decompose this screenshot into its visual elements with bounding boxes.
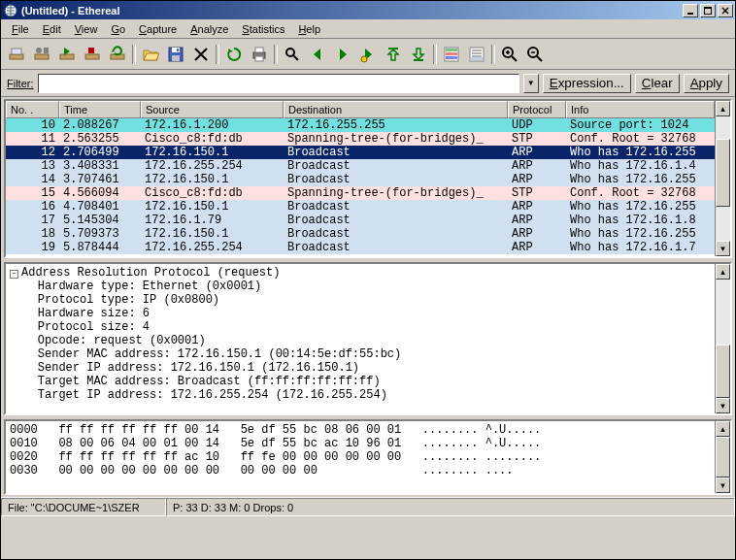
svg-rect-15 <box>172 55 180 61</box>
svg-rect-29 <box>471 57 483 60</box>
auto-scroll-button[interactable] <box>465 43 488 66</box>
menu-go[interactable]: Go <box>104 21 132 37</box>
separator <box>490 43 496 66</box>
hex-scrollbar[interactable]: ▲ ▼ <box>715 421 730 493</box>
col-header-destination[interactable]: Destination <box>284 101 508 118</box>
separator <box>273 43 279 66</box>
reload-button[interactable] <box>222 43 246 66</box>
svg-point-7 <box>36 48 42 53</box>
go-forward-button[interactable] <box>331 43 354 66</box>
svg-rect-25 <box>446 49 457 51</box>
find-button[interactable] <box>281 43 304 66</box>
menu-view[interactable]: View <box>68 21 105 37</box>
hex-dump[interactable]: 0000 ff ff ff ff ff ff 00 14 5e df 55 bc… <box>6 421 715 479</box>
menu-statistics[interactable]: Statistics <box>235 21 291 37</box>
expression-button[interactable]: Expression... <box>543 74 631 93</box>
zoom-in-button[interactable] <box>498 43 521 66</box>
svg-point-21 <box>361 56 367 62</box>
filter-label: Filter: <box>7 78 34 89</box>
col-header-info[interactable]: Info <box>566 101 715 118</box>
menu-analyze[interactable]: Analyze <box>184 21 235 37</box>
table-row[interactable]: 133.408331172.16.255.254BroadcastARPWho … <box>6 159 715 173</box>
go-first-button[interactable] <box>382 43 405 66</box>
close-file-button[interactable] <box>189 43 213 66</box>
svg-rect-9 <box>60 54 74 59</box>
svg-rect-4 <box>10 54 23 59</box>
go-to-packet-button[interactable] <box>356 43 380 66</box>
svg-rect-19 <box>255 56 263 61</box>
status-file: File: "C:\DOCUME~1\SZER <box>1 498 166 516</box>
svg-rect-3 <box>704 7 712 9</box>
filter-dropdown-button[interactable]: ▼ <box>523 74 539 93</box>
svg-rect-11 <box>88 48 94 53</box>
tree-collapse-icon[interactable]: - <box>10 270 18 279</box>
col-header-no[interactable]: No. . <box>6 101 59 118</box>
maximize-button[interactable] <box>700 4 716 17</box>
print-button[interactable] <box>248 43 271 66</box>
menubar: File Edit View Go Capture Analyze Statis… <box>1 19 735 39</box>
close-button[interactable] <box>718 4 733 17</box>
toolbar <box>1 39 735 70</box>
go-last-button[interactable] <box>407 43 430 66</box>
filter-bar: Filter: ▼ Expression... Clear Apply <box>1 70 735 97</box>
restart-capture-button[interactable] <box>106 43 129 66</box>
col-header-time[interactable]: Time <box>59 101 141 118</box>
table-row[interactable]: 122.706499172.16.150.1BroadcastARPWho ha… <box>6 146 715 159</box>
apply-button[interactable]: Apply <box>684 74 729 93</box>
clear-button[interactable]: Clear <box>635 74 680 93</box>
scroll-down-button[interactable]: ▼ <box>716 398 730 413</box>
svg-point-20 <box>286 49 294 56</box>
table-row[interactable]: 154.566094Cisco_c8:fd:dbSpanning-tree-(f… <box>6 186 715 200</box>
svg-rect-5 <box>12 49 21 54</box>
start-capture-button[interactable] <box>55 43 79 66</box>
scroll-up-button[interactable]: ▲ <box>716 421 730 437</box>
svg-rect-18 <box>255 48 263 52</box>
svg-rect-22 <box>388 48 398 49</box>
menu-help[interactable]: Help <box>291 21 327 37</box>
filter-input[interactable] <box>38 74 519 93</box>
capture-options-button[interactable] <box>30 43 53 66</box>
minimize-button[interactable] <box>683 4 698 17</box>
details-tree[interactable]: -Address Resolution Protocol (request) H… <box>6 264 715 404</box>
table-row[interactable]: 195.878444172.16.255.254BroadcastARPWho … <box>6 241 715 254</box>
status-packets: P: 33 D: 33 M: 0 Drops: 0 <box>166 498 735 516</box>
menu-edit[interactable]: Edit <box>36 21 68 37</box>
scroll-down-button[interactable]: ▼ <box>716 478 730 493</box>
separator <box>131 43 137 66</box>
packet-list-header: No. . Time Source Destination Protocol I… <box>6 101 715 118</box>
menu-capture[interactable]: Capture <box>132 21 184 37</box>
table-row[interactable]: 143.707461172.16.150.1BroadcastARPWho ha… <box>6 173 715 186</box>
packet-details-pane: -Address Resolution Protocol (request) H… <box>4 262 732 415</box>
stop-capture-button[interactable] <box>81 43 104 66</box>
svg-rect-6 <box>35 54 49 59</box>
window-title: (Untitled) - Ethereal <box>21 5 683 16</box>
svg-rect-16 <box>177 49 179 51</box>
menu-file[interactable]: File <box>5 21 36 37</box>
go-back-button[interactable] <box>306 43 329 66</box>
svg-rect-8 <box>44 48 49 53</box>
table-row[interactable]: 185.709373172.16.150.1BroadcastARPWho ha… <box>6 227 715 241</box>
separator <box>215 43 220 66</box>
col-header-protocol[interactable]: Protocol <box>508 101 566 118</box>
scroll-up-button[interactable]: ▲ <box>716 101 730 116</box>
colorize-button[interactable] <box>440 43 463 66</box>
packet-list-scrollbar[interactable]: ▲ ▼ <box>715 101 730 256</box>
zoom-out-button[interactable] <box>523 43 547 66</box>
table-row[interactable]: 112.563255Cisco_c8:fd:dbSpanning-tree-(f… <box>6 132 715 146</box>
svg-rect-10 <box>85 54 99 59</box>
table-row[interactable]: 164.708401172.16.150.1BroadcastARPWho ha… <box>6 200 715 214</box>
separator <box>432 43 438 66</box>
svg-rect-23 <box>414 59 423 61</box>
scroll-down-button[interactable]: ▼ <box>716 241 730 256</box>
svg-rect-26 <box>446 52 457 55</box>
save-button[interactable] <box>164 43 187 66</box>
col-header-source[interactable]: Source <box>141 101 284 118</box>
packet-bytes-pane: 0000 ff ff ff ff ff ff 00 14 5e df 55 bc… <box>4 419 732 495</box>
open-button[interactable] <box>139 43 162 66</box>
details-scrollbar[interactable]: ▲ ▼ <box>715 264 730 413</box>
titlebar: (Untitled) - Ethereal <box>1 1 735 19</box>
scroll-up-button[interactable]: ▲ <box>716 264 730 280</box>
table-row[interactable]: 175.145304172.16.1.79BroadcastARPWho has… <box>6 214 715 227</box>
table-row[interactable]: 102.088267172.16.1.200172.16.255.255UDPS… <box>6 118 715 132</box>
interfaces-button[interactable] <box>5 43 28 66</box>
